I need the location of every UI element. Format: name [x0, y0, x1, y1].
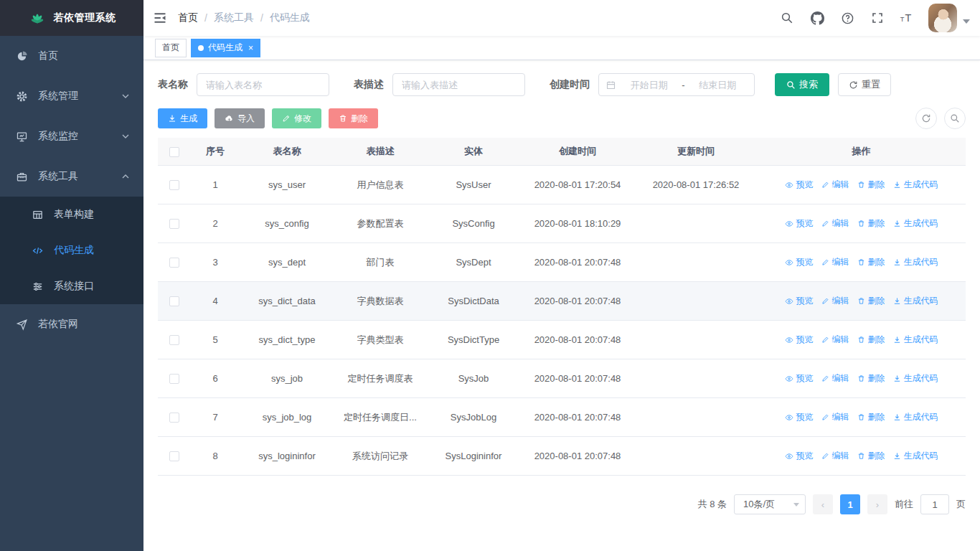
refresh-table-button[interactable] [915, 108, 937, 129]
row-checkbox[interactable] [169, 335, 179, 345]
preview-link[interactable]: 预览 [785, 179, 814, 191]
row-checkbox[interactable] [169, 451, 179, 461]
preview-link[interactable]: 预览 [785, 295, 814, 307]
delete-link[interactable]: 删除 [857, 372, 885, 385]
delete-link[interactable]: 删除 [857, 334, 885, 346]
generate-code-link[interactable]: 生成代码 [893, 450, 938, 462]
pagination: 共 8 条 10条/页 ‹ 1 › 前往 页 [158, 476, 966, 533]
sidebar-item-form-builder[interactable]: 表单构建 [0, 197, 143, 232]
delete-link[interactable]: 删除 [857, 217, 885, 230]
row-checkbox[interactable] [169, 258, 179, 268]
tab-code-generation[interactable]: 代码生成 × [191, 39, 260, 57]
delete-link[interactable]: 删除 [857, 256, 885, 268]
date-range-picker[interactable]: - [598, 73, 755, 96]
edit-link[interactable]: 编辑 [821, 411, 849, 423]
search-icon [781, 11, 793, 24]
gear-icon [16, 90, 28, 103]
goto-page-input[interactable] [920, 494, 949, 514]
table-name-input[interactable] [197, 73, 329, 96]
delete-link[interactable]: 删除 [857, 295, 885, 307]
preview-link[interactable]: 预览 [785, 217, 814, 230]
tab-home[interactable]: 首页 [155, 39, 187, 57]
row-checkbox[interactable] [169, 219, 179, 229]
row-checkbox[interactable] [169, 374, 179, 384]
fullscreen-button[interactable] [865, 0, 890, 36]
table-header-row: 序号 表名称 表描述 实体 创建时间 更新时间 操作 [158, 138, 966, 166]
cell-no: 1 [190, 179, 240, 190]
prev-page-button[interactable]: ‹ [813, 494, 833, 514]
table-row: 3 sys_dept 部门表 SysDept 2020-08-01 20:07:… [158, 243, 966, 282]
preview-link[interactable]: 预览 [785, 450, 814, 462]
generate-code-link[interactable]: 生成代码 [893, 411, 938, 423]
preview-link[interactable]: 预览 [785, 256, 814, 268]
edit-link[interactable]: 编辑 [821, 450, 849, 462]
font-size-icon: T T [900, 11, 915, 24]
docs-help-button[interactable] [835, 0, 859, 36]
sidebar-collapse-button[interactable] [143, 0, 176, 36]
sidebar-item-system-tools[interactable]: 系统工具 [0, 156, 143, 197]
svg-text:T: T [905, 12, 912, 24]
breadcrumb-item[interactable]: 首页 [178, 11, 198, 24]
delete-button[interactable]: 删除 [329, 108, 378, 128]
eye-icon [785, 297, 793, 306]
generate-code-link[interactable]: 生成代码 [893, 334, 938, 346]
page-size-select[interactable]: 10条/页 [734, 494, 806, 514]
close-icon[interactable]: × [248, 44, 253, 52]
select-all-checkbox[interactable] [169, 147, 179, 157]
search-submit-button[interactable]: 搜索 [775, 73, 829, 96]
preview-link[interactable]: 预览 [785, 372, 814, 385]
edit-link[interactable]: 编辑 [821, 295, 849, 307]
start-date-input[interactable] [619, 80, 679, 90]
delete-link[interactable]: 删除 [857, 450, 885, 462]
sidebar-item-system-monitor[interactable]: 系统监控 [0, 116, 143, 156]
generate-code-link[interactable]: 生成代码 [893, 372, 938, 385]
table-desc-input[interactable] [392, 73, 525, 96]
preview-link[interactable]: 预览 [785, 334, 814, 346]
font-size-button[interactable]: T T [895, 0, 920, 36]
toolbox-icon [16, 171, 28, 183]
breadcrumb-item: 系统工具 [214, 11, 254, 24]
search-button[interactable] [775, 0, 799, 36]
edit-link[interactable]: 编辑 [821, 256, 849, 268]
generate-code-link[interactable]: 生成代码 [893, 179, 938, 191]
column-header: 表名称 [240, 145, 334, 158]
cell-table-name: sys_dept [240, 257, 334, 268]
sidebar-item-official-site[interactable]: 若依官网 [0, 304, 143, 344]
row-checkbox[interactable] [169, 180, 179, 190]
edit-link[interactable]: 编辑 [821, 179, 849, 191]
cell-table-name: sys_user [240, 179, 334, 190]
end-date-input[interactable] [688, 80, 748, 90]
preview-link[interactable]: 预览 [785, 411, 814, 423]
eye-icon [785, 220, 793, 228]
edit-button[interactable]: 修改 [272, 108, 321, 128]
user-menu[interactable] [928, 4, 970, 32]
avatar[interactable] [928, 4, 957, 32]
row-checkbox[interactable] [169, 296, 179, 306]
trash-icon [857, 181, 865, 189]
pencil-icon [282, 114, 291, 123]
toggle-search-button[interactable] [944, 108, 966, 129]
calendar-icon [606, 80, 616, 90]
import-button[interactable]: 导入 [215, 108, 265, 128]
delete-link[interactable]: 删除 [857, 411, 885, 423]
cell-table-name: sys_config [240, 218, 334, 229]
generate-button[interactable]: 生成 [158, 108, 207, 128]
sidebar-item-home[interactable]: 首页 [0, 36, 143, 76]
edit-link[interactable]: 编辑 [821, 372, 849, 385]
row-checkbox[interactable] [169, 413, 179, 423]
edit-link[interactable]: 编辑 [821, 217, 849, 230]
trash-icon [857, 336, 865, 344]
sidebar-item-system-api[interactable]: 系统接口 [0, 268, 143, 304]
reset-button[interactable]: 重置 [838, 73, 891, 96]
github-button[interactable] [805, 0, 829, 36]
generate-code-link[interactable]: 生成代码 [893, 295, 938, 307]
page-number-button[interactable]: 1 [840, 494, 860, 514]
sidebar-item-code-generation[interactable]: 代码生成 [0, 232, 143, 268]
next-page-button[interactable]: › [867, 494, 887, 514]
delete-link[interactable]: 删除 [857, 179, 885, 191]
edit-link[interactable]: 编辑 [821, 334, 849, 346]
generate-code-link[interactable]: 生成代码 [893, 256, 938, 268]
sidebar-item-system-manage[interactable]: 系统管理 [0, 76, 143, 116]
generate-code-link[interactable]: 生成代码 [893, 217, 938, 230]
cell-no: 2 [190, 218, 240, 229]
